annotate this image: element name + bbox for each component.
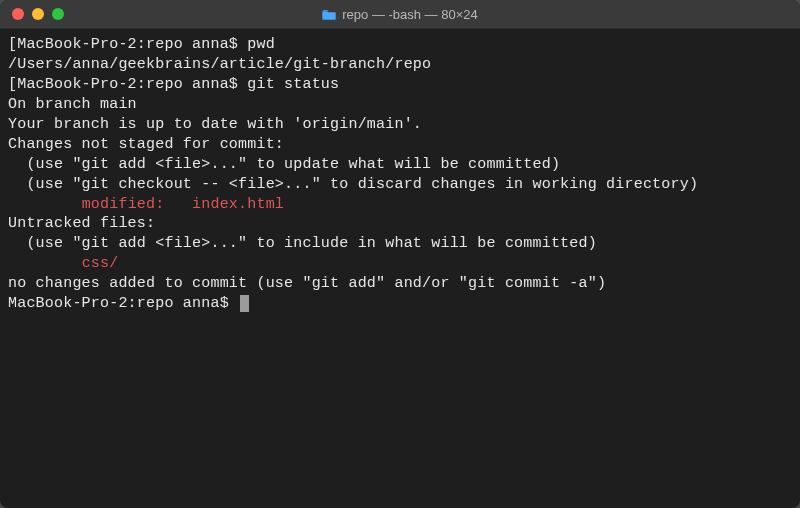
terminal-text: [MacBook-Pro-2:repo anna$ git status bbox=[8, 76, 339, 93]
terminal-line: css/ bbox=[8, 254, 792, 274]
close-button[interactable] bbox=[12, 8, 24, 20]
title-center: repo — -bash — 80×24 bbox=[0, 7, 800, 22]
terminal-line: /Users/anna/geekbrains/article/git-branc… bbox=[8, 55, 792, 75]
terminal-text: On branch main bbox=[8, 96, 137, 113]
terminal-line: MacBook-Pro-2:repo anna$ bbox=[8, 294, 792, 314]
terminal-body[interactable]: [MacBook-Pro-2:repo anna$ pwd/Users/anna… bbox=[0, 29, 800, 508]
terminal-line: Untracked files: bbox=[8, 214, 792, 234]
cursor bbox=[240, 295, 249, 312]
window-controls bbox=[0, 8, 64, 20]
folder-icon bbox=[322, 9, 336, 20]
terminal-text: css/ bbox=[8, 255, 118, 272]
terminal-text: /Users/anna/geekbrains/article/git-branc… bbox=[8, 56, 431, 73]
terminal-line: Your branch is up to date with 'origin/m… bbox=[8, 115, 792, 135]
terminal-line: [MacBook-Pro-2:repo anna$ git status bbox=[8, 75, 792, 95]
terminal-line: Changes not staged for commit: bbox=[8, 135, 792, 155]
terminal-text: Untracked files: bbox=[8, 215, 155, 232]
terminal-line: (use "git checkout -- <file>..." to disc… bbox=[8, 175, 792, 195]
window-title: repo — -bash — 80×24 bbox=[342, 7, 478, 22]
terminal-text: [MacBook-Pro-2:repo anna$ pwd bbox=[8, 36, 275, 53]
zoom-button[interactable] bbox=[52, 8, 64, 20]
terminal-text: no changes added to commit (use "git add… bbox=[8, 275, 606, 292]
terminal-line: [MacBook-Pro-2:repo anna$ pwd bbox=[8, 35, 792, 55]
terminal-text: modified: index.html bbox=[8, 196, 284, 213]
minimize-button[interactable] bbox=[32, 8, 44, 20]
terminal-text: MacBook-Pro-2:repo anna$ bbox=[8, 295, 238, 312]
terminal-line: no changes added to commit (use "git add… bbox=[8, 274, 792, 294]
terminal-text: (use "git add <file>..." to update what … bbox=[8, 156, 560, 173]
terminal-line: On branch main bbox=[8, 95, 792, 115]
terminal-window: repo — -bash — 80×24 [MacBook-Pro-2:repo… bbox=[0, 0, 800, 508]
terminal-text: (use "git add <file>..." to include in w… bbox=[8, 235, 597, 252]
terminal-text: Your branch is up to date with 'origin/m… bbox=[8, 116, 422, 133]
terminal-line: (use "git add <file>..." to include in w… bbox=[8, 234, 792, 254]
terminal-text: Changes not staged for commit: bbox=[8, 136, 284, 153]
terminal-line: modified: index.html bbox=[8, 195, 792, 215]
terminal-text: (use "git checkout -- <file>..." to disc… bbox=[8, 176, 698, 193]
titlebar: repo — -bash — 80×24 bbox=[0, 0, 800, 29]
terminal-line: (use "git add <file>..." to update what … bbox=[8, 155, 792, 175]
